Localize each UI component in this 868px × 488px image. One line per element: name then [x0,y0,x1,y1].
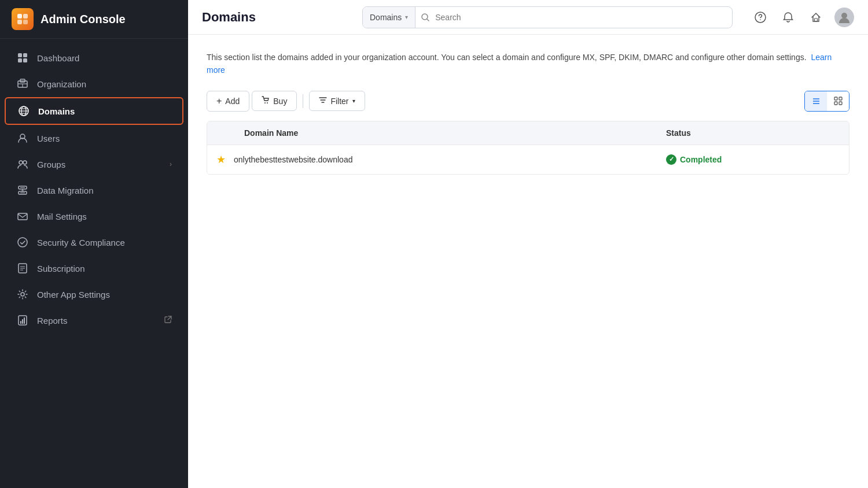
users-icon [16,133,29,143]
topbar-icons [751,8,854,27]
sidebar-item-label: Reports [37,316,68,326]
svg-rect-7 [23,58,27,62]
svg-rect-46 [834,102,837,105]
search-container: Domains ▾ [362,6,733,28]
svg-point-18 [19,161,23,164]
sidebar-item-reports[interactable]: Reports [5,308,183,333]
svg-point-39 [264,102,266,103]
main-content: Domains Domains ▾ [188,0,868,488]
svg-rect-22 [18,213,27,220]
mail-settings-icon [16,211,29,221]
help-button[interactable] [751,8,770,27]
toolbar-divider [303,94,303,108]
sidebar: Admin Console Dashboard [0,0,188,488]
action-toolbar: + Add Buy [207,91,849,112]
sidebar-item-other-app-settings[interactable]: Other App Settings [5,282,183,307]
dashboard-icon [16,53,29,63]
svg-rect-6 [18,58,22,62]
svg-point-36 [760,19,761,20]
sidebar-item-label: Organization [37,79,86,89]
filter-icon [319,96,327,106]
buy-button[interactable]: Buy [252,91,297,111]
notifications-button[interactable] [779,8,797,27]
scope-chevron-icon: ▾ [405,14,408,20]
search-input[interactable] [435,7,732,28]
organization-icon [16,79,29,89]
search-icon [415,13,435,21]
other-settings-icon [16,289,29,300]
sidebar-item-label: Security & Compliance [37,238,125,247]
svg-rect-31 [22,319,23,324]
content-area: This section list the domains added in y… [188,35,868,488]
svg-rect-2 [17,20,22,24]
svg-point-28 [21,293,24,296]
home-button[interactable] [807,8,825,27]
sidebar-item-label: Users [37,134,60,143]
col-status: Status [666,128,840,138]
groups-icon [16,159,29,169]
svg-rect-1 [23,14,28,19]
sidebar-item-label: Groups [37,160,65,169]
filter-chevron-icon: ▾ [352,98,355,104]
security-icon [16,237,29,247]
status-cell: ✓ Completed [666,154,840,165]
sidebar-item-users[interactable]: Users [5,125,183,151]
page-description: This section list the domains added in y… [207,51,849,77]
svg-rect-47 [839,102,842,105]
svg-rect-0 [17,14,22,19]
sidebar-item-subscription[interactable]: Subscription [5,256,183,281]
topbar: Domains Domains ▾ [188,0,868,35]
sidebar-item-data-migration[interactable]: Data Migration [5,178,183,203]
svg-rect-32 [24,317,25,324]
col-domain-name: Domain Name [216,128,666,138]
status-badge: Completed [680,155,722,164]
domains-icon [17,106,30,116]
avatar[interactable] [834,8,854,27]
table-row[interactable]: ★ onlythebesttestwebsite.download ✓ Comp… [207,145,849,174]
svg-line-34 [427,19,429,21]
sidebar-item-dashboard[interactable]: Dashboard [5,45,183,71]
sidebar-item-organization[interactable]: Organization [5,71,183,97]
sidebar-item-label: Other App Settings [37,290,110,300]
data-migration-icon [16,185,29,195]
grid-view-button[interactable] [827,91,849,111]
search-scope-label: Domains [370,13,402,22]
sidebar-item-label: Domains [38,106,75,116]
svg-rect-30 [20,321,21,324]
sidebar-item-groups[interactable]: Groups › [5,151,183,177]
sidebar-nav: Dashboard Organization [0,39,188,488]
add-button[interactable]: + Add [207,91,249,112]
svg-rect-44 [834,97,837,100]
chevron-right-icon: › [170,160,172,168]
star-icon[interactable]: ★ [216,153,226,166]
view-toggle [804,91,849,112]
reports-icon [16,315,29,326]
svg-rect-4 [18,53,22,57]
svg-point-23 [18,238,27,247]
sidebar-item-mail-settings[interactable]: Mail Settings [5,204,183,229]
external-link-icon [164,316,172,325]
sidebar-item-security-compliance[interactable]: Security & Compliance [5,230,183,255]
search-scope-selector[interactable]: Domains ▾ [363,7,415,28]
sidebar-item-label: Dashboard [37,53,79,63]
subscription-icon [16,263,29,273]
svg-rect-3 [23,20,28,24]
list-view-button[interactable] [805,91,827,111]
sidebar-item-domains[interactable]: Domains [5,97,183,125]
svg-rect-5 [23,53,27,57]
page-title: Domains [202,10,256,25]
table-header: Domain Name Status [207,121,849,145]
add-icon: + [216,96,222,106]
sidebar-item-label: Data Migration [37,186,94,195]
sidebar-header: Admin Console [0,0,188,39]
cart-icon [262,96,270,106]
app-title: Admin Console [41,13,126,26]
app-logo [12,8,34,30]
domains-table: Domain Name Status ★ onlythebesttestwebs… [207,121,849,175]
sidebar-item-label: Mail Settings [37,212,87,221]
filter-button[interactable]: Filter ▾ [309,91,365,111]
svg-point-38 [841,13,847,19]
svg-rect-45 [839,97,842,100]
sidebar-item-label: Subscription [37,264,85,273]
domain-name-cell: onlythebesttestwebsite.download [234,155,666,164]
